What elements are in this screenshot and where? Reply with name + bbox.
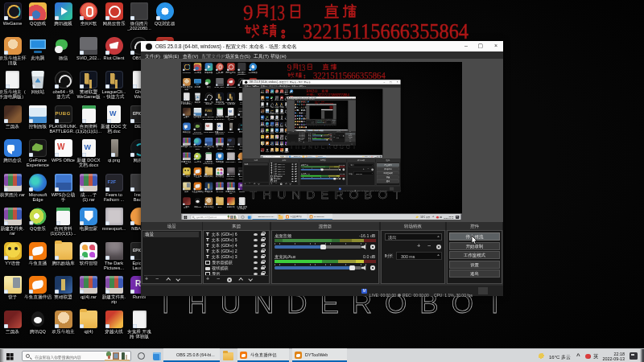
svg-text:9: 9 [243, 2, 254, 25]
svg-text:13: 13 [270, 2, 286, 25]
svg-text:13: 13 [312, 89, 315, 93]
svg-text:13: 13 [299, 63, 306, 73]
svg-text:9: 9 [287, 63, 291, 73]
svg-text:9: 9 [307, 89, 309, 93]
svg-text:32215115666355864: 32215115666355864 [303, 19, 469, 43]
